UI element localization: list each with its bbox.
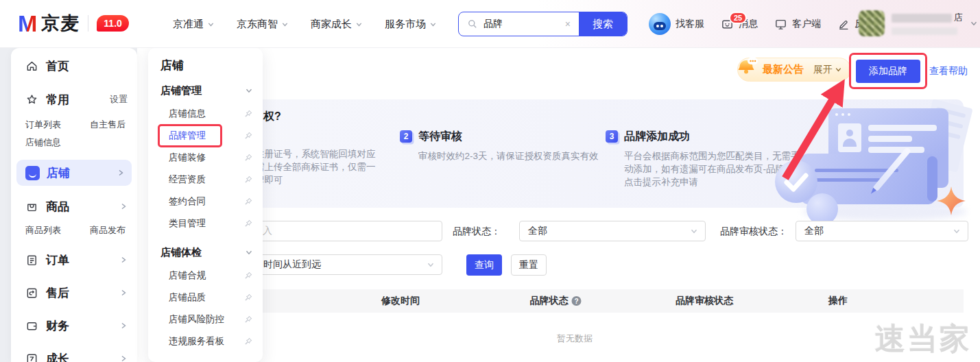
sidebar-item-product[interactable]: 商品 [11, 191, 137, 221]
chevron-right-icon [119, 202, 128, 210]
empty-state-text: 暂无数据 [557, 333, 593, 345]
brand-name-placeholder-fragment: 入 [263, 225, 272, 237]
pin-icon[interactable] [243, 109, 253, 119]
help-icon[interactable]: ? [572, 296, 582, 306]
chevron-right-icon [119, 354, 128, 362]
query-button[interactable]: 查询 [466, 254, 502, 276]
sidebar: 首页 常用 设置 订单列表 自主售后 店铺信息 店铺 [11, 48, 137, 362]
clear-search-icon[interactable]: × [565, 19, 571, 29]
audit-status-select[interactable]: 全部 [796, 221, 968, 241]
pin-icon[interactable] [243, 175, 253, 184]
quick-link-order-list[interactable]: 订单列表 [25, 119, 61, 131]
pin-icon[interactable] [243, 153, 253, 162]
bag-icon [25, 200, 38, 213]
col-brand-status: 品牌状态 ? [530, 295, 582, 307]
user-account[interactable]: 店 [859, 10, 978, 36]
nav-market[interactable]: 服务市场 [385, 18, 437, 31]
section-shop-management[interactable]: 店铺管理 [148, 78, 263, 103]
app-logo: M 京麦 11.0 [18, 11, 129, 36]
pin-icon[interactable] [243, 315, 253, 324]
flyout-item-risk-control[interactable]: 店铺风险防控 [148, 309, 263, 330]
flyout-item-shop-info[interactable]: 店铺信息 [148, 103, 263, 125]
search-button[interactable]: 搜索 [579, 12, 627, 36]
sidebar-item-home[interactable]: 首页 [11, 51, 137, 81]
flyout-item-shop-compliance[interactable]: 店铺合规 [148, 265, 263, 287]
star-icon [25, 93, 38, 106]
sidebar-item-aftersale[interactable]: 售后 [11, 276, 137, 309]
flyout-item-brand-management[interactable]: 品牌管理 [148, 125, 263, 147]
chevron-down-icon [355, 21, 363, 28]
chevron-down-icon [427, 261, 435, 269]
shop-icon [25, 166, 40, 180]
pin-icon[interactable] [243, 131, 253, 141]
shop-name-suffix: 店 [954, 12, 963, 24]
pin-icon[interactable] [243, 197, 253, 206]
guide-step1-desc: 注册证号，系统智能回填对应 需上传全部商标证书，仅需一 牌即可 [255, 147, 376, 186]
pin-icon[interactable] [243, 337, 253, 346]
guide-step2-number: 2 [400, 130, 412, 143]
flyout-item-category-management[interactable]: 类目管理 [148, 213, 263, 234]
quick-link-product-list[interactable]: 商品列表 [25, 224, 61, 237]
chevron-down-icon [953, 227, 961, 235]
pin-icon[interactable] [243, 219, 253, 228]
flyout-item-violation-dashboard[interactable]: 违规服务看板 [148, 330, 263, 352]
chevron-right-icon [119, 256, 128, 264]
top-navbar: M 京麦 11.0 京准通 京东商智 商家成长 服务市场 更多 × 搜索 找客服 [0, 0, 980, 48]
chevron-down-icon [281, 21, 289, 28]
frequent-settings-link[interactable]: 设置 [110, 93, 128, 106]
nav-shangzhi[interactable]: 京东商智 [237, 18, 289, 31]
sidebar-item-frequent[interactable]: 常用 设置 [11, 86, 137, 112]
flyout-item-shop-decoration[interactable]: 店铺装修 [148, 147, 263, 169]
chevron-right-icon [119, 289, 128, 297]
contact-service[interactable]: 找客服 [649, 13, 704, 35]
wallet-icon [25, 319, 38, 333]
global-search: × 搜索 [458, 12, 628, 36]
chevron-down-icon [690, 227, 698, 235]
quick-link-product-publish[interactable]: 商品发布 [90, 224, 126, 237]
chevron-down-icon [207, 21, 215, 28]
quick-link-self-aftersale[interactable]: 自主售后 [90, 119, 126, 131]
logo-text: 京麦 [41, 11, 80, 36]
sidebar-item-growth[interactable]: 成长 [11, 342, 137, 362]
guide-step3-title: 品牌添加成功 [624, 130, 690, 144]
search-input[interactable] [483, 19, 557, 29]
return-icon [25, 287, 38, 300]
service-mascot-icon [649, 13, 671, 35]
client-app[interactable]: 客户端 [774, 18, 821, 31]
chevron-down-icon [245, 86, 253, 95]
add-brand-button[interactable]: 添加品牌 [856, 60, 920, 83]
monitor-icon [774, 18, 787, 31]
audit-status-label: 品牌审核状态： [720, 226, 787, 238]
sort-order-select[interactable]: 时间从近到远 [237, 254, 442, 275]
message-count-badge: 25 [729, 12, 747, 24]
order-icon [25, 254, 38, 267]
view-help-link[interactable]: 查看帮助 [929, 65, 968, 77]
brand-status-select[interactable]: 全部 [519, 221, 706, 241]
shop-subline-redacted [892, 27, 957, 35]
flyout-title: 店铺 [148, 56, 263, 75]
brand-status-label: 品牌状态： [453, 226, 501, 238]
nav-jzt[interactable]: 京准通 [173, 18, 215, 31]
guide-step2-desc: 审核时效约2-3天，请保证授权资质真实有效 [418, 149, 599, 162]
shop-name-redacted [892, 14, 952, 23]
messages[interactable]: 25 消息 [721, 18, 758, 31]
guide-title-fragment: 权? [263, 110, 281, 124]
pin-icon[interactable] [243, 271, 253, 280]
watermark: 速当家 [875, 319, 972, 359]
avatar [859, 10, 885, 36]
section-shop-checkup[interactable]: 店铺体检 [148, 240, 263, 265]
sidebar-item-shop-selected[interactable]: 店铺 [16, 160, 132, 186]
main-content: 最新公告 展开 添加品牌 查看帮助 权? 注册证号，系统智能回填对应 需上传全部… [137, 48, 980, 362]
flyout-item-business-qualification[interactable]: 经营资质 [148, 169, 263, 191]
jingmai-workbench: 最新公告 展开 添加品牌 查看帮助 权? 注册证号，系统智能回填对应 需上传全部… [0, 0, 980, 362]
top-nav: 京准通 京东商智 商家成长 服务市场 更多 [173, 0, 490, 48]
quick-link-shop-info[interactable]: 店铺信息 [25, 136, 61, 149]
nav-growth[interactable]: 商家成长 [311, 18, 363, 31]
col-modified-time: 修改时间 [381, 295, 420, 307]
sidebar-item-finance[interactable]: 财务 [11, 309, 137, 342]
flyout-item-contract[interactable]: 签约合同 [148, 191, 263, 213]
reset-button[interactable]: 重置 [511, 254, 547, 276]
pin-icon[interactable] [243, 293, 253, 302]
sidebar-item-orders[interactable]: 订单 [11, 243, 137, 276]
flyout-item-shop-quality[interactable]: 店铺品质 [148, 287, 263, 309]
